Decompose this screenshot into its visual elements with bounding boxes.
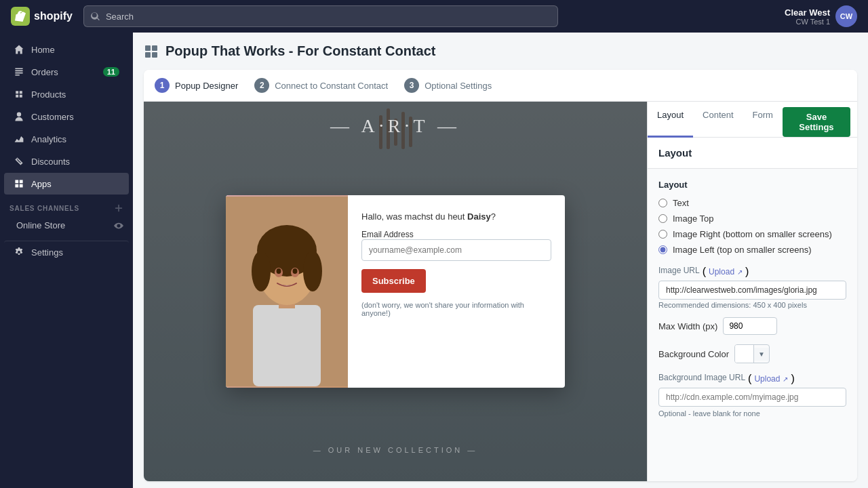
sidebar-label-discounts: Discounts [31, 157, 70, 167]
popup-subscribe-button[interactable]: Subscribe [361, 269, 426, 293]
color-dropdown-button[interactable]: ▼ [754, 348, 769, 361]
channels-label: SALES CHANNELS [9, 205, 79, 212]
sidebar-label-products: Products [31, 89, 66, 100]
save-settings-button[interactable]: Save Settings [783, 107, 850, 137]
image-url-input[interactable] [658, 281, 846, 300]
sidebar-item-products[interactable]: Products [4, 83, 129, 105]
user-avatar[interactable]: CW [835, 5, 857, 27]
step-label-3: Optional Settings [425, 81, 492, 91]
layout-option-image-right[interactable]: Image Right (bottom on smaller screens) [658, 229, 846, 239]
color-swatch [735, 345, 754, 363]
right-panel-body: Layout Text Image Top [648, 169, 857, 428]
analytics-icon [14, 134, 24, 144]
customers-icon [14, 111, 24, 122]
add-channel-icon[interactable] [114, 203, 123, 213]
eye-icon [114, 221, 123, 230]
shopify-logo[interactable]: shopify [11, 7, 73, 26]
max-width-input[interactable] [723, 317, 777, 335]
layout-option-image-left[interactable]: Image Left (top on smaller screens) [658, 245, 846, 255]
layout-option-text[interactable]: Text [658, 198, 846, 208]
search-placeholder: Search [106, 12, 134, 22]
bg-image-url-label: Background Image URL [658, 373, 745, 382]
sidebar-item-orders[interactable]: Orders 11 [4, 61, 129, 83]
sidebar-item-apps[interactable]: Apps [4, 173, 129, 195]
step-tab-1[interactable]: 1 Popup Designer [155, 78, 238, 93]
step-number-1: 1 [155, 78, 170, 93]
sidebar-item-customers[interactable]: Customers [4, 106, 129, 127]
svg-rect-1 [145, 45, 151, 51]
tab-layout[interactable]: Layout [648, 102, 693, 138]
sidebar-item-discounts[interactable]: Discounts [4, 150, 129, 172]
sidebar-label-customers: Customers [31, 112, 74, 122]
settings-label: Settings [31, 247, 63, 258]
bg-upload-link[interactable]: Upload [754, 374, 780, 384]
step-label-2: Connect to Constant Contact [275, 81, 388, 91]
app-card: 1 Popup Designer 2 Connect to Constant C… [144, 70, 857, 481]
step-tab-2[interactable]: 2 Connect to Constant Contact [254, 78, 388, 93]
radio-image-left[interactable] [658, 245, 667, 254]
user-info: Clear West CW Test 1 [785, 7, 830, 26]
popup-disclaimer: (don't worry, we won't share your inform… [361, 301, 551, 317]
bg-image-url-input[interactable] [658, 388, 846, 407]
layout-field-label: Layout [658, 180, 846, 190]
preview-store-logo: — A·R·T — [330, 115, 460, 137]
preview-area: — A·R·T — [144, 102, 647, 481]
sidebar-item-settings[interactable]: Settings [4, 241, 129, 263]
step-number-3: 3 [404, 78, 419, 93]
user-store: CW Test 1 [785, 18, 830, 26]
apps-icon [14, 178, 24, 189]
sidebar-label-home: Home [31, 45, 55, 55]
layout-radio-group: Text Image Top Image Right (bottom on sm… [658, 198, 846, 255]
page-header: Popup That Works - For Constant Contact [144, 43, 857, 59]
bg-color-row: Background Color ▼ [658, 344, 846, 363]
popup-email-input[interactable] [361, 239, 551, 261]
svg-point-11 [303, 251, 322, 291]
tab-content[interactable]: Content [693, 102, 743, 138]
recommended-dimensions-text: Recommended dimensions: 450 x 400 pixels [658, 301, 846, 309]
radio-image-top[interactable] [658, 214, 667, 223]
orders-badge: 11 [103, 67, 119, 77]
step-tab-3[interactable]: 3 Optional Settings [404, 78, 492, 93]
sidebar: Home Orders 11 Products Customers Anal [0, 33, 133, 488]
popup-modal: Hallo, was machst du heut Daisy? Email A… [226, 195, 565, 388]
svg-point-14 [277, 268, 281, 274]
app-body: Home Orders 11 Products Customers Anal [0, 33, 868, 488]
radio-text[interactable] [658, 199, 667, 207]
max-width-row: Max Width (px) [658, 317, 846, 335]
image-upload-link[interactable]: Upload [709, 267, 734, 277]
app-main-area: — A·R·T — [144, 102, 857, 481]
svg-point-10 [252, 251, 271, 291]
page-title: Popup That Works - For Constant Contact [165, 43, 436, 59]
tab-form[interactable]: Form [743, 102, 783, 138]
sales-channels-section: SALES CHANNELS [0, 195, 133, 216]
popup-image-area [226, 195, 348, 388]
image-url-row: Image URL ( Upload ↗ ) [658, 266, 846, 278]
layout-option-image-top[interactable]: Image Top [658, 214, 846, 224]
image-url-label: Image URL [658, 266, 700, 275]
popup-email-label: Email Address [361, 230, 551, 239]
color-picker[interactable]: ▼ [734, 344, 770, 363]
search-bar[interactable]: Search [83, 5, 558, 27]
svg-rect-2 [152, 45, 157, 51]
bg-color-label: Background Color [658, 349, 729, 359]
sidebar-item-analytics[interactable]: Analytics [4, 128, 129, 150]
sidebar-label-analytics: Analytics [31, 134, 66, 144]
svg-rect-3 [145, 52, 151, 58]
svg-rect-4 [152, 52, 157, 58]
sidebar-item-online-store[interactable]: Online Store [0, 216, 133, 235]
step-tabs: 1 Popup Designer 2 Connect to Constant C… [144, 70, 857, 102]
right-panel: Layout Content Form Save Settings Layout [647, 102, 857, 481]
step-number-2: 2 [254, 78, 269, 93]
preview-bottom-text: — OUR NEW COLLECTION — [313, 446, 478, 454]
settings-icon [14, 247, 24, 258]
person-image [226, 195, 348, 388]
user-name: Clear West [785, 7, 830, 18]
sidebar-label-orders: Orders [31, 67, 58, 77]
bg-external-link-icon: ↗ [783, 375, 788, 383]
sidebar-item-home[interactable]: Home [4, 39, 129, 60]
radio-image-right[interactable] [658, 230, 667, 239]
max-width-label: Max Width (px) [658, 321, 717, 331]
popup-name: Daisy [467, 211, 491, 222]
shopify-logo-text: shopify [34, 10, 73, 22]
online-store-label: Online Store [16, 220, 65, 230]
